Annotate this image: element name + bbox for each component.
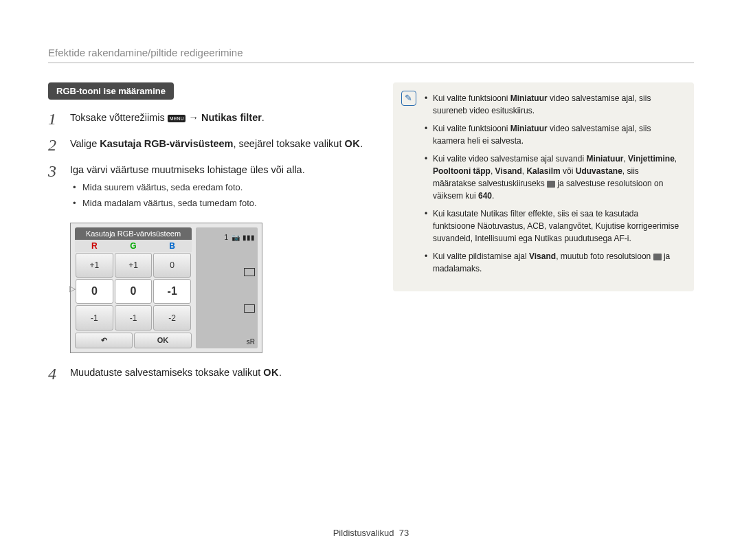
- step-number: 3: [48, 163, 63, 179]
- text: .: [279, 367, 282, 378]
- right-column: ✎ Kui valite funktsiooni Miniatuur video…: [393, 82, 694, 392]
- rgb-footer: ↶ OK: [75, 333, 192, 348]
- text: ,: [675, 154, 677, 164]
- face-icon: [244, 268, 255, 276]
- section-pill: RGB-tooni ise määramine: [48, 82, 174, 100]
- rgb-row-selected[interactable]: 0 0 -1: [75, 278, 192, 304]
- step-body: Toksake võtterežiimis MENU → Nutikas fil…: [70, 111, 265, 125]
- rgb-row[interactable]: -1 -1 -2: [75, 304, 192, 331]
- text: Kui valite funktsiooni: [433, 93, 510, 103]
- rgb-head-r: R: [75, 240, 114, 252]
- camera-icon: 📷: [232, 234, 240, 241]
- rgb-row[interactable]: +1 +1 0: [75, 252, 192, 278]
- ok-icon: OK: [345, 138, 361, 149]
- sr-label: sR: [247, 338, 255, 346]
- battery-icon: ▮▮▮: [243, 234, 255, 241]
- text: Kui valite funktsiooni: [433, 124, 510, 133]
- step-number: 1: [48, 111, 63, 127]
- bold-text: 640: [478, 191, 492, 201]
- step-4: 4 Muudatuste salvestamiseks toksake vali…: [48, 366, 370, 382]
- rgb-rows: +1 +1 0 0 0 -1 -1 -1 -2: [75, 252, 192, 331]
- step-body: Muudatuste salvestamiseks toksake valiku…: [70, 366, 282, 380]
- left-column: RGB-tooni ise määramine 1 Toksake võtter…: [48, 82, 370, 392]
- bold-text: Kasutaja RGB-värvisüsteem: [100, 138, 233, 149]
- step-2: 2 Valige Kasutaja RGB-värvisüsteem, seej…: [48, 137, 370, 153]
- rgb-panel: ▷ Kasutaja RGB-värvisüsteem R G B +1 +1 …: [70, 223, 262, 353]
- sub-bullets: Mida suurem väärtus, seda eredam foto. M…: [70, 181, 305, 210]
- text: Iga värvi väärtuse muutmiseks lohistage …: [70, 164, 305, 175]
- step-number: 2: [48, 137, 63, 153]
- pointer-icon: ▷: [69, 284, 76, 293]
- text: ,: [491, 166, 495, 176]
- text: Valige: [70, 138, 100, 149]
- bold-text: Miniatuur: [586, 154, 623, 164]
- rgb-cell[interactable]: 0: [76, 279, 113, 304]
- footer-section: Pildistusvalikud: [333, 528, 394, 538]
- note-list: Kui valite funktsiooni Miniatuur video s…: [425, 92, 682, 275]
- text: , seejärel toksake valikut: [234, 138, 345, 149]
- text: Kui valite pildistamise ajal: [433, 251, 529, 261]
- page-number: 73: [399, 528, 409, 538]
- rgb-cell[interactable]: +1: [115, 253, 153, 278]
- rgb-head-b: B: [153, 240, 192, 252]
- page-footer: Pildistusvalikud 73: [0, 528, 742, 538]
- info-icon: ✎: [401, 91, 416, 106]
- rgb-side-indicators: 1 📷 ▮▮▮ sR: [196, 227, 258, 348]
- rgb-cell[interactable]: 0: [153, 253, 191, 278]
- page-header: Efektide rakendamine/piltide redigeerimi…: [48, 47, 694, 63]
- note-item: Kui valite video salvestamise ajal suvan…: [425, 153, 682, 202]
- rgb-title: Kasutaja RGB-värvisüsteem: [75, 227, 192, 240]
- ok-button[interactable]: OK: [134, 333, 192, 348]
- mode-icon: [244, 304, 255, 313]
- bold-text: Visand: [495, 166, 522, 176]
- rgb-grid: Kasutaja RGB-värvisüsteem R G B +1 +1 0 …: [75, 227, 192, 348]
- indicator-top: 1 📷 ▮▮▮: [225, 230, 255, 243]
- text: .: [360, 138, 363, 149]
- bold-text: Miniatuur: [510, 124, 548, 133]
- step-number: 4: [48, 366, 63, 382]
- text: .: [492, 191, 494, 201]
- step-1: 1 Toksake võtterežiimis MENU → Nutikas f…: [48, 111, 370, 127]
- bullet-item: Mida suurem väärtus, seda eredam foto.: [82, 181, 305, 194]
- res-icon: [653, 254, 662, 260]
- text: Muudatuste salvestamiseks toksake valiku…: [70, 367, 263, 378]
- text: Kui valite video salvestamise ajal suvan…: [433, 154, 586, 164]
- indicator-number: 1: [225, 234, 229, 241]
- steps-list: 1 Toksake võtterežiimis MENU → Nutikas f…: [48, 111, 370, 213]
- step-body: Iga värvi väärtuse muutmiseks lohistage …: [70, 163, 305, 213]
- bold-text: Pooltooni täpp: [433, 166, 491, 176]
- rgb-cell[interactable]: -1: [76, 305, 113, 330]
- back-button[interactable]: ↶: [75, 333, 133, 348]
- note-item: Kui valite pildistamise ajal Visand, muu…: [425, 250, 682, 275]
- rgb-cell[interactable]: -2: [153, 305, 191, 330]
- text: .: [262, 112, 265, 123]
- bold-text: Uduvastane: [576, 166, 622, 176]
- bold-text: Vinjettimine: [628, 154, 675, 164]
- step-3: 3 Iga värvi väärtuse muutmiseks lohistag…: [48, 163, 370, 213]
- menu-icon: MENU: [168, 115, 186, 122]
- bullet-item: Mida madalam väärtus, seda tumedam foto.: [82, 197, 305, 210]
- rgb-cell[interactable]: 0: [115, 279, 153, 304]
- content-columns: RGB-tooni ise määramine 1 Toksake võtter…: [48, 82, 694, 392]
- arrow: →: [186, 112, 201, 123]
- rgb-head-g: G: [114, 240, 153, 252]
- text: Toksake võtterežiimis: [70, 112, 168, 123]
- rgb-cell[interactable]: -1: [115, 305, 153, 330]
- bold-text: Nutikas filter: [201, 112, 262, 123]
- bold-text: Visand: [529, 251, 556, 261]
- bold-text: Miniatuur: [510, 93, 548, 103]
- note-item: Kui kasutate Nutikas filter effekte, sii…: [425, 208, 682, 245]
- note-item: Kui valite funktsiooni Miniatuur video s…: [425, 122, 682, 147]
- rgb-cell[interactable]: +1: [76, 253, 113, 278]
- rgb-head: R G B: [75, 240, 192, 252]
- text: või: [561, 166, 576, 176]
- rate-icon: [547, 181, 555, 188]
- text: , muutub foto resolutsioon: [556, 251, 653, 261]
- note-item: Kui valite funktsiooni Miniatuur video s…: [425, 92, 682, 117]
- ok-icon: OK: [263, 367, 279, 378]
- bold-text: Kalasilm: [526, 166, 560, 176]
- note-box: ✎ Kui valite funktsiooni Miniatuur video…: [393, 82, 694, 291]
- rgb-cell[interactable]: -1: [153, 279, 191, 304]
- step-body: Valige Kasutaja RGB-värvisüsteem, seejär…: [70, 137, 363, 151]
